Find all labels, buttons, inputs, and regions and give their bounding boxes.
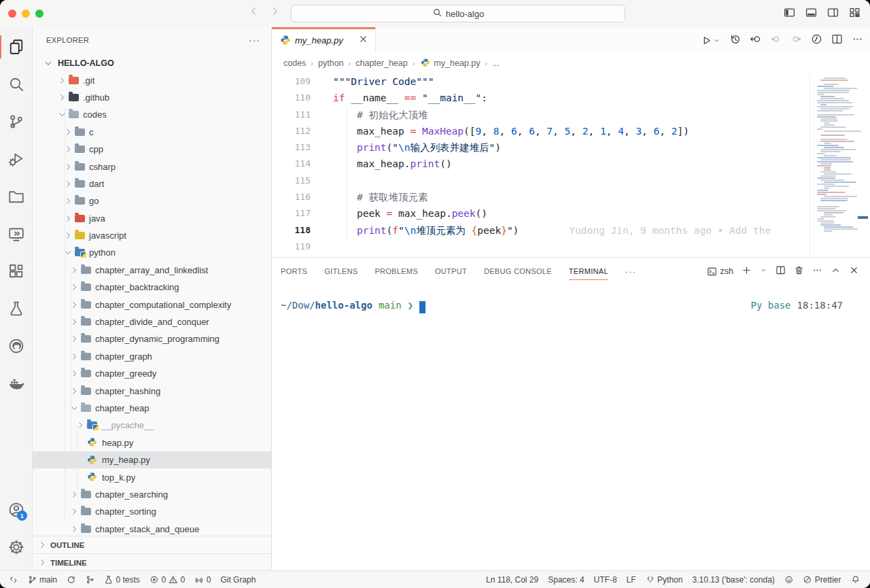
- code-line-114[interactable]: 114 max_heap.print(): [272, 156, 810, 172]
- tree-item-codes[interactable]: codes: [33, 106, 271, 123]
- activity-settings[interactable]: [0, 531, 33, 564]
- tree-item-top-k-py[interactable]: top_k.py: [33, 468, 271, 485]
- activity-explorer[interactable]: [0, 31, 33, 63]
- status-python-interpreter[interactable]: 3.10.13 ('base': conda): [687, 571, 779, 588]
- commit-graph-icon[interactable]: [811, 33, 822, 48]
- tree-item-chapter-computational-complexity[interactable]: chapter_computational_complexity: [33, 296, 271, 313]
- panel-tab-debug-console[interactable]: DEBUG CONSOLE: [484, 267, 552, 275]
- tree-item--github[interactable]: .github: [33, 89, 271, 106]
- minimap[interactable]: [810, 73, 870, 258]
- activity-docker[interactable]: [0, 367, 33, 400]
- status-gitlens[interactable]: [81, 571, 100, 588]
- panel-tab-terminal[interactable]: TERMINAL: [569, 267, 608, 275]
- code-line-109[interactable]: 109"""Driver Code""": [272, 73, 810, 90]
- status-tests[interactable]: 0 tests: [99, 571, 145, 588]
- layout-sidebar-left-icon[interactable]: [784, 7, 795, 21]
- breadcrumb-chapter-heap[interactable]: chapter_heap: [355, 58, 407, 68]
- code-line-110[interactable]: 110if __name__ == "__main__":: [272, 90, 810, 106]
- tree-item-chapter-array-and-linkedlist[interactable]: chapter_array_and_linkedlist: [33, 262, 271, 279]
- more-actions-icon[interactable]: [852, 33, 863, 48]
- activity-github[interactable]: [0, 330, 33, 362]
- status-feedback[interactable]: [780, 571, 799, 588]
- maximize-panel-icon[interactable]: [831, 265, 841, 277]
- tree-item-cpp[interactable]: cpp: [33, 141, 271, 158]
- split-terminal-icon[interactable]: [776, 265, 786, 277]
- code-line-116[interactable]: 116 # 获取堆顶元素: [272, 189, 810, 205]
- code-line-119[interactable]: 119: [272, 239, 810, 255]
- panel-tab-problems[interactable]: PROBLEMS: [375, 267, 418, 275]
- back-icon[interactable]: [249, 6, 259, 19]
- activity-run-debug[interactable]: [0, 143, 33, 175]
- status-indentation[interactable]: Spaces: 4: [543, 571, 589, 588]
- tree-item--git[interactable]: .git: [33, 71, 271, 88]
- tree-item-chapter-dynamic-programming[interactable]: chapter_dynamic_programming: [33, 330, 271, 347]
- panel-tab-gitlens[interactable]: GITLENS: [324, 267, 358, 275]
- status-remote-indicator[interactable]: [4, 571, 23, 588]
- code-line-117[interactable]: 117 peek = max_heap.peek(): [272, 205, 810, 222]
- status-problems[interactable]: 00: [145, 571, 190, 588]
- tree-item-heap-py[interactable]: heap.py: [33, 434, 271, 451]
- tree-item-csharp[interactable]: csharp: [33, 158, 271, 175]
- tree-item-chapter-heap[interactable]: chapter_heap: [33, 400, 271, 417]
- layout-customize-icon[interactable]: [849, 7, 860, 21]
- activity-source-control[interactable]: [0, 105, 33, 138]
- tree-item-go[interactable]: go: [33, 192, 271, 209]
- command-center-search[interactable]: hello-algo: [291, 5, 625, 22]
- tree-item-chapter-greedy[interactable]: chapter_greedy: [33, 365, 271, 382]
- section-timeline[interactable]: TIMELINE: [33, 553, 271, 571]
- run-python-file-button[interactable]: [701, 35, 720, 46]
- code-line-118[interactable]: 118 print(f"\n堆顶元素为 {peek}")Yudong Jin, …: [272, 222, 810, 239]
- breadcrumb-python[interactable]: python: [318, 58, 344, 68]
- status-git-graph[interactable]: Git Graph: [215, 571, 260, 588]
- status-ports[interactable]: 0: [190, 571, 215, 588]
- status-cursor-position[interactable]: Ln 118, Col 29: [481, 571, 543, 588]
- panel-tabs-more-icon[interactable]: ···: [625, 266, 636, 277]
- tree-item-javascript[interactable]: javascript: [33, 227, 271, 244]
- breadcrumb-my-heap-py[interactable]: my_heap.py: [419, 58, 480, 69]
- tab-my-heap[interactable]: my_heap.py: [272, 27, 376, 53]
- minimize-window-button[interactable]: [22, 10, 30, 18]
- file-history-icon[interactable]: [729, 33, 741, 48]
- new-terminal-icon[interactable]: [742, 265, 752, 277]
- close-tab-icon[interactable]: [358, 34, 368, 47]
- code-line-112[interactable]: 112 max_heap = MaxHeap([9, 8, 6, 6, 7, 5…: [272, 123, 810, 139]
- activity-search[interactable]: [0, 68, 33, 101]
- code-editor[interactable]: 109"""Driver Code"""110if __name__ == "_…: [272, 73, 810, 258]
- layout-panel-icon[interactable]: [805, 7, 817, 21]
- activity-folder[interactable]: [0, 180, 33, 213]
- status-prettier[interactable]: Prettier: [798, 571, 846, 588]
- tree-item-java[interactable]: java: [33, 210, 271, 227]
- breadcrumb-codes[interactable]: codes: [283, 58, 306, 68]
- terminal-shell-label[interactable]: zsh: [707, 266, 733, 277]
- status-git-branch[interactable]: main: [23, 571, 63, 588]
- open-changes-icon[interactable]: [750, 33, 761, 48]
- tree-item-chapter-divide-and-conquer[interactable]: chapter_divide_and_conquer: [33, 313, 271, 330]
- activity-accounts[interactable]: 1: [0, 494, 33, 526]
- tree-item-chapter-hashing[interactable]: chapter_hashing: [33, 382, 271, 399]
- close-window-button[interactable]: [8, 10, 16, 18]
- code-line-111[interactable]: 111 # 初始化大顶堆: [272, 107, 810, 123]
- close-panel-icon[interactable]: [849, 265, 859, 277]
- tree-item-my-heap-py[interactable]: my_heap.py: [33, 451, 271, 468]
- activity-testing[interactable]: [0, 292, 33, 325]
- zoom-window-button[interactable]: [35, 10, 44, 18]
- code-line-113[interactable]: 113 print("\n输入列表并建堆后"): [272, 139, 810, 156]
- breadcrumb--[interactable]: ...: [492, 58, 499, 68]
- panel-tab-output[interactable]: OUTPUT: [435, 267, 467, 275]
- explorer-more-actions-icon[interactable]: ···: [249, 35, 260, 46]
- forward-icon[interactable]: [270, 6, 280, 19]
- tree-item-c[interactable]: c: [33, 124, 271, 141]
- split-editor-icon[interactable]: [831, 33, 843, 48]
- tree-item-dart[interactable]: dart: [33, 175, 271, 192]
- more-icon[interactable]: [812, 265, 822, 277]
- kill-terminal-icon[interactable]: [794, 265, 804, 277]
- status-sync-changes[interactable]: [62, 571, 81, 588]
- activity-remote-explorer[interactable]: [0, 218, 33, 250]
- terminal-dropdown-icon[interactable]: [760, 266, 767, 276]
- tree-item-chapter-searching[interactable]: chapter_searching: [33, 486, 271, 503]
- tree-item-chapter-backtracking[interactable]: chapter_backtracking: [33, 279, 271, 296]
- tree-item-chapter-sorting[interactable]: chapter_sorting: [33, 503, 271, 520]
- tree-root-hello-algo[interactable]: HELLO-ALGO: [33, 54, 271, 71]
- tree-item-python[interactable]: python: [33, 244, 271, 261]
- section-outline[interactable]: OUTLINE: [33, 536, 271, 553]
